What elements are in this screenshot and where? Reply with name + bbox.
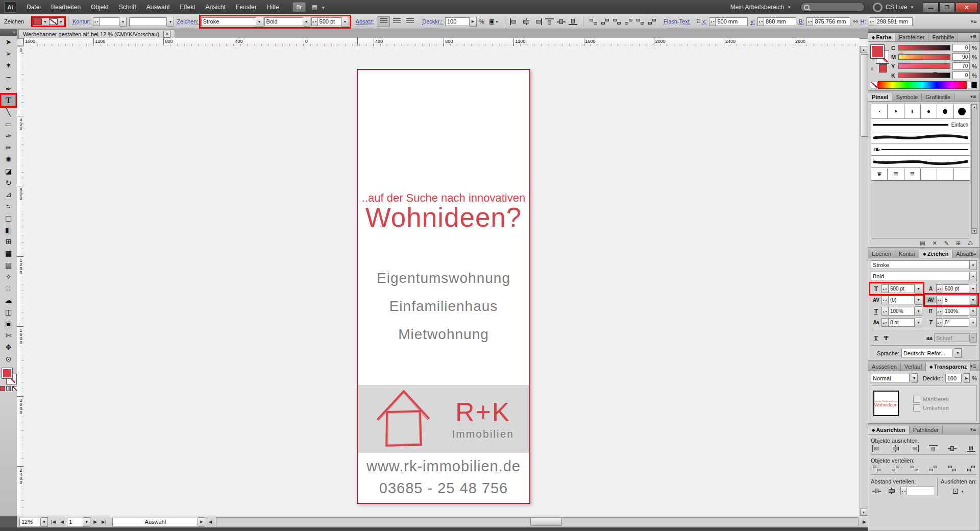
horizontal-scale-field[interactable]: 100% bbox=[888, 307, 915, 316]
hand-tool[interactable]: ✥ bbox=[1, 341, 16, 353]
symbol-sprayer-tool[interactable]: ☁ bbox=[1, 294, 16, 306]
flash-text-link[interactable]: Flash-Text bbox=[664, 18, 690, 25]
font-style-field[interactable]: Bold bbox=[264, 17, 303, 26]
language-field[interactable]: Deutsch: Refor... bbox=[901, 349, 952, 357]
panel-tab[interactable]: Grafikstile bbox=[922, 93, 954, 101]
channel-slider[interactable] bbox=[898, 54, 950, 60]
panel-tab[interactable]: Farbe bbox=[868, 33, 895, 41]
blend-tool[interactable]: ∷ bbox=[1, 282, 16, 294]
control-bar-menu-icon[interactable]: ▾≣ bbox=[971, 19, 977, 24]
search-input[interactable] bbox=[800, 3, 865, 12]
type-tool[interactable]: T bbox=[1, 94, 16, 106]
channel-value-field[interactable]: 0 bbox=[952, 44, 970, 52]
width-field[interactable]: 875,756 mm bbox=[813, 17, 850, 26]
underline-button[interactable]: T bbox=[871, 334, 881, 342]
scroll-down-icon[interactable]: ▼ bbox=[972, 228, 977, 233]
paragraph-align-center-icon[interactable] bbox=[390, 16, 403, 27]
fill-swatch[interactable] bbox=[871, 45, 884, 58]
panel-tab[interactable]: Farbhilfe bbox=[928, 33, 958, 41]
font-size-stepper[interactable]: ▲▼ bbox=[881, 284, 888, 293]
color-panel-menu-icon[interactable]: ▾≣ bbox=[968, 33, 979, 40]
brush-swatch[interactable] bbox=[937, 104, 953, 118]
lasso-tool[interactable]: ∽ bbox=[1, 71, 16, 83]
blend-mode-field[interactable]: Normal bbox=[871, 374, 910, 382]
y-position-label[interactable]: y: bbox=[750, 18, 755, 25]
vertical-scale-dropdown-icon[interactable]: ▼ bbox=[970, 306, 977, 316]
x-position-field[interactable]: 500 mm bbox=[715, 17, 748, 26]
y-position-stepper[interactable]: ▲▼ bbox=[757, 17, 764, 26]
vertical-align-top-icon[interactable] bbox=[929, 445, 938, 452]
horizontal-scale-dropdown-icon[interactable]: ▼ bbox=[915, 306, 922, 316]
tracking-dropdown-icon[interactable]: ▼ bbox=[970, 295, 977, 305]
new-brush-icon[interactable]: ⊞ bbox=[956, 240, 961, 247]
horizontal-distribute-space-icon[interactable] bbox=[887, 488, 896, 494]
width-stepper[interactable]: ▲▼ bbox=[806, 17, 813, 26]
document-tab[interactable]: Werbebanner gestalten.ai* bei 12 % (CMYK… bbox=[18, 29, 175, 38]
eraser-tool[interactable]: ◪ bbox=[1, 165, 16, 177]
stroke-weight-stepper[interactable]: ▲▼ bbox=[93, 17, 99, 26]
umkehren-checkbox[interactable] bbox=[913, 404, 920, 412]
spacing-field[interactable] bbox=[906, 487, 935, 495]
vertical-align-bottom-icon[interactable] bbox=[967, 445, 975, 452]
vertical-distribute-space-icon[interactable] bbox=[872, 488, 881, 494]
black-chip[interactable] bbox=[972, 82, 977, 88]
tracking-field[interactable]: 5 bbox=[943, 296, 969, 304]
x-position-stepper[interactable]: ▲▼ bbox=[709, 17, 715, 26]
out-of-gamut-icon[interactable]: ⬨ bbox=[871, 65, 873, 72]
slider-handle-icon[interactable] bbox=[933, 68, 937, 72]
strikethrough-button[interactable]: T bbox=[881, 334, 891, 342]
font-family-dropdown-icon[interactable]: ▼ bbox=[970, 260, 977, 270]
page-number-field[interactable]: 1 bbox=[67, 518, 83, 526]
character-panel-link[interactable]: Zeichen: bbox=[177, 18, 198, 25]
mesh-tool[interactable]: ▦ bbox=[1, 247, 16, 259]
opacity-field[interactable]: 100 bbox=[945, 374, 962, 382]
height-field[interactable]: 298,591 mm bbox=[875, 17, 913, 26]
menu-item[interactable]: Schrift bbox=[114, 2, 141, 13]
horizontal-align-center-icon[interactable] bbox=[891, 445, 900, 452]
eyedropper-tool[interactable]: ✧ bbox=[1, 271, 16, 282]
horizontal-distribute-center-icon[interactable] bbox=[948, 465, 957, 472]
menu-item[interactable]: Fenster bbox=[231, 2, 262, 13]
vertical-distribute-top-icon[interactable] bbox=[589, 18, 598, 25]
zoom-dropdown-icon[interactable]: ▼ bbox=[41, 517, 48, 527]
align-panel-menu-icon[interactable]: ▾≣ bbox=[968, 426, 979, 433]
scroll-up-icon[interactable]: ▲ bbox=[860, 46, 867, 53]
slider-handle-icon[interactable] bbox=[943, 59, 947, 63]
menu-item[interactable]: Bearbeiten bbox=[46, 2, 86, 13]
reference-point-icon[interactable]: ⠿ bbox=[696, 18, 700, 25]
first-page-button[interactable]: |◀ bbox=[50, 519, 57, 524]
panel-tab[interactable]: Ausrichten bbox=[868, 426, 910, 434]
kerning-dropdown-icon[interactable]: ▼ bbox=[915, 295, 922, 305]
paintbrush-tool[interactable]: ✑ bbox=[1, 130, 16, 141]
opacity-label[interactable]: Deckkr.: bbox=[422, 18, 443, 25]
spacing-stepper[interactable]: ▲▼ bbox=[900, 487, 906, 495]
font-size-field[interactable]: 500 pt bbox=[888, 284, 915, 293]
column-graph-tool[interactable]: ◫ bbox=[1, 306, 16, 318]
brush-swatch[interactable]: ❦ bbox=[871, 168, 888, 180]
panel-tab[interactable]: Farbfelder bbox=[895, 33, 928, 41]
brush-swatch[interactable] bbox=[921, 168, 937, 180]
menu-item[interactable]: Hilfe bbox=[262, 2, 284, 13]
language-dropdown-icon[interactable]: ▼ bbox=[954, 348, 962, 358]
transparency-panel-menu-icon[interactable]: ▾≣ bbox=[968, 363, 979, 370]
previous-page-button[interactable]: ◀ bbox=[59, 519, 65, 524]
panel-tab[interactable]: Transparenz bbox=[926, 363, 971, 371]
ruler-corner[interactable] bbox=[17, 38, 23, 46]
rotate-tool[interactable]: ↻ bbox=[1, 177, 16, 188]
document-close-icon[interactable]: ✕ bbox=[163, 31, 170, 38]
vertical-align-middle-icon[interactable] bbox=[557, 18, 566, 25]
horizontal-align-center-icon[interactable] bbox=[522, 18, 530, 25]
width-tool[interactable]: ≈ bbox=[1, 200, 16, 212]
rectangle-tool[interactable]: ▭ bbox=[1, 118, 16, 130]
ornament-brush-row[interactable]: ❧ bbox=[871, 143, 970, 156]
basic-brush-row[interactable]: Einfach bbox=[871, 119, 970, 131]
horizontal-scroll-thumb[interactable] bbox=[530, 518, 562, 526]
scale-tool[interactable]: ⊿ bbox=[1, 188, 16, 200]
horizontal-scrollbar[interactable] bbox=[216, 517, 859, 526]
dock-drag-bar[interactable] bbox=[868, 29, 980, 33]
vertical-distribute-top-icon[interactable] bbox=[872, 465, 881, 472]
stroke-weight-dropdown-icon[interactable]: ▼ bbox=[119, 17, 127, 27]
scroll-right-icon[interactable]: ▶ bbox=[861, 519, 868, 524]
spectrum-gradient[interactable] bbox=[878, 81, 967, 89]
menu-item[interactable]: Ansicht bbox=[201, 2, 231, 13]
